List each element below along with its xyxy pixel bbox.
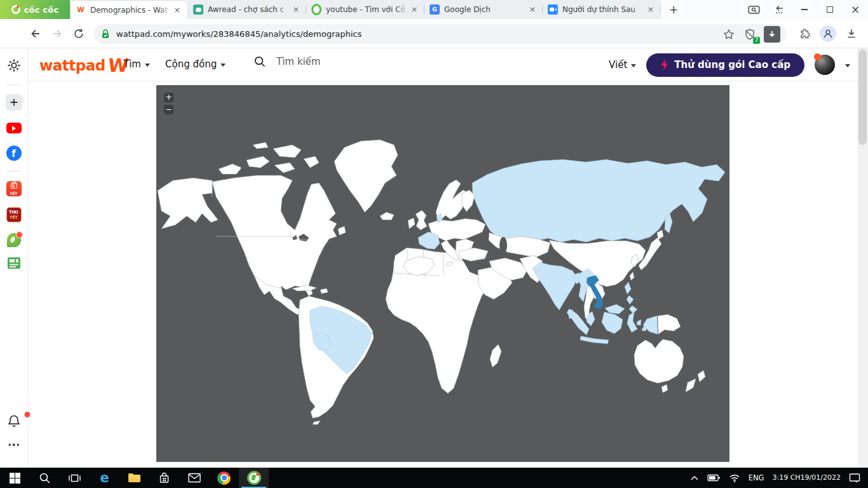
scrollbar-thumb[interactable] [858,50,867,145]
premium-upsell-button[interactable]: Thử dùng gói Cao cấp [646,53,804,77]
minimize-button[interactable] [792,0,817,19]
country-taiwan [630,272,634,280]
tab-title-fade [632,3,646,17]
back-button[interactable] [27,25,44,43]
more-menu-icon[interactable] [8,444,19,446]
tab-awread[interactable]: Awread - chợ sách c [188,0,306,19]
language-indicator[interactable]: ENG [749,473,764,482]
map-zoom-out-button[interactable]: − [164,105,173,114]
address-bar[interactable]: wattpad.com/myworks/283846845/analytics/… [94,24,787,44]
country-russia [472,159,725,242]
nav-community-menu[interactable]: Cộng đồng [165,58,226,70]
tray-chevron-up-icon[interactable] [690,475,699,481]
country-iceland [380,212,394,220]
clock-date: 19/01/2022 [801,473,841,482]
country-indonesia-sulawesi [627,312,637,332]
close-window-button[interactable] [843,0,868,19]
sidebar-new-tab-button[interactable] [6,94,22,111]
close-tab-icon[interactable] [409,4,419,15]
url-text[interactable]: wattpad.com/myworks/283846845/analytics/… [116,29,715,39]
downloads-tray-icon[interactable] [843,25,860,43]
newsfeed-icon[interactable] [6,256,22,270]
profile-icon[interactable] [819,25,837,43]
search-icon [254,55,266,68]
adblock-count-badge: 7 [753,37,760,44]
microsoft-store-icon[interactable] [149,468,179,488]
youtube-icon[interactable] [6,123,22,133]
zoom-favicon [548,4,558,15]
reload-button[interactable] [70,25,88,43]
wattpad-logo[interactable]: wattpad W [39,55,128,76]
country-france [418,232,440,249]
extensions-puzzle-icon[interactable] [796,25,813,43]
wattpad-header-right: Viết Thử dùng gói Cao cấp [609,48,850,81]
wattpad-search[interactable] [254,55,466,68]
country-new-zealand [698,370,705,382]
close-tab-icon[interactable] [172,5,182,15]
demographics-world-map[interactable]: + − [156,85,729,462]
clock[interactable]: 3:19 CH 19/01/2022 [772,473,841,482]
browser-titlebar: cốc cốc Demographics - Wat Awread - chợ … [0,0,868,19]
country-madagascar [490,344,501,367]
chevron-down-icon [145,64,150,67]
file-explorer-icon[interactable] [119,468,149,488]
coccoc-sidebar: STẾT TIKITẾT [0,48,28,468]
tab-title: Demographics - Wat [90,6,168,15]
tab-youtube-search[interactable]: youtube - Tìm với Cố [306,0,424,19]
tab-title-fade [395,3,409,17]
tab-title: youtube - Tìm với Cố [326,5,405,14]
profile-chevron-down-icon[interactable] [845,64,850,67]
awread-favicon [193,4,203,15]
search-input[interactable] [275,55,466,68]
download-manager-button[interactable] [764,26,780,43]
notifications-bell-icon[interactable] [0,414,27,428]
tab-demographics[interactable]: Demographics - Wat [70,0,188,19]
map-zoom-controls: + − [164,93,173,117]
chevron-down-icon [631,64,636,67]
sidebar-divider [6,85,22,85]
wifi-icon[interactable] [729,473,740,483]
map-zoom-in-button[interactable]: + [164,93,173,102]
tab-title: Người dự thính Sau [562,5,641,14]
action-center-icon[interactable] [849,473,860,484]
battery-icon[interactable] [707,473,721,482]
lightning-bolt-icon [660,59,668,71]
chrome-icon[interactable] [209,468,239,488]
close-tab-icon[interactable] [291,4,301,15]
adblock-shield-icon[interactable]: 7 [742,27,757,42]
coccoc-offer-icon[interactable] [7,233,21,247]
shopee-tet-icon[interactable]: STẾT [6,181,22,196]
bookmark-star-icon[interactable] [721,27,736,42]
task-view-icon[interactable] [60,468,90,488]
start-button[interactable] [0,468,30,488]
settings-gear-icon[interactable] [7,58,21,72]
maximize-button[interactable] [817,0,843,19]
taskbar-search-icon[interactable] [30,468,60,488]
coccoc-taskbar-icon[interactable] [239,468,269,488]
close-tab-icon[interactable] [646,4,656,15]
windows-taskbar: e ENG 3:19 CH 19/01/2022 [0,468,868,488]
tab-search-icon[interactable] [741,0,766,19]
nav-write-menu[interactable]: Viết [609,59,636,71]
nav-browse-menu[interactable]: Tìm [123,58,150,70]
country-north-america [212,175,337,316]
avatar[interactable] [815,55,835,75]
mail-icon[interactable] [179,468,209,488]
coccoc-menu-button[interactable]: cốc cốc [0,0,70,19]
tab-zoom-meeting[interactable]: Người dự thính Sau [543,0,661,19]
country-ireland [408,218,415,229]
edge-icon[interactable]: e [90,468,119,488]
country-malaysia-borneo [605,304,625,314]
page-scrollbar[interactable] [857,48,868,468]
browser-toolbar: wattpad.com/myworks/283846845/analytics/… [0,19,868,48]
forward-button[interactable] [48,25,66,43]
wattpad-header: wattpad W Tìm Cộng đồng Viết Thử dùng gó… [28,48,868,81]
new-tab-button[interactable]: + [665,1,682,18]
country-indonesia-java [580,336,609,344]
session-restore-icon[interactable] [766,0,792,19]
tab-strip: Demographics - Wat Awread - chợ sách c y… [70,0,682,19]
facebook-icon[interactable] [6,146,22,161]
close-tab-icon[interactable] [527,4,538,15]
tiki-tet-icon[interactable]: TIKITẾT [6,207,22,222]
tab-google-translate[interactable]: Google Dịch [424,0,543,19]
